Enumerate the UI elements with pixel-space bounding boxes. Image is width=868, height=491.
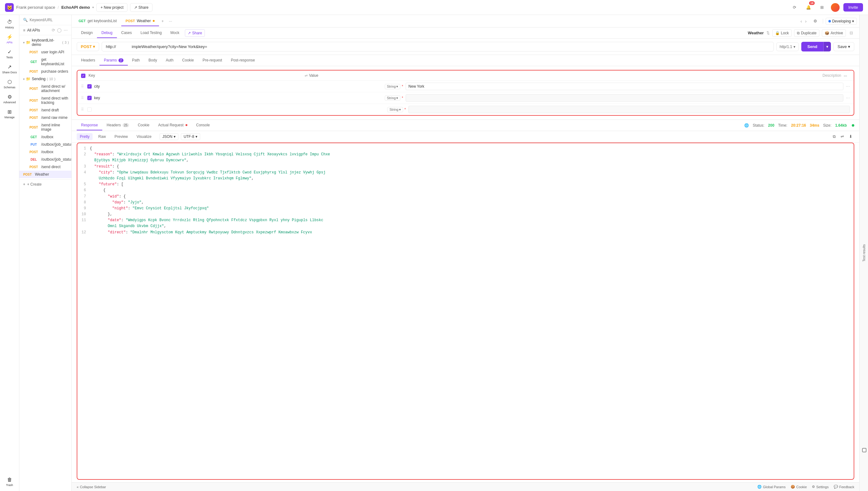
format-tab-preview[interactable]: Preview [111, 133, 131, 140]
key-checkbox[interactable]: ✓ [87, 96, 92, 100]
tab-prev-button[interactable]: ‹ [799, 18, 803, 24]
format-tab-visualize[interactable]: Visualize [133, 133, 155, 140]
param-tab-cookie[interactable]: Cookie [178, 56, 198, 65]
list-item[interactable]: POST /send direct with tracking [19, 94, 71, 106]
sub-tab-mock[interactable]: Mock [166, 28, 184, 38]
avatar[interactable] [831, 3, 840, 12]
param-tab-headers[interactable]: Headers [77, 56, 99, 65]
response-tab-cookie[interactable]: Cookie [133, 120, 154, 131]
sidebar-item-history[interactable]: ⏱ History [0, 17, 19, 31]
sub-tab-cases[interactable]: Cases [117, 28, 136, 38]
wrap-response-button[interactable]: ⇌ [839, 133, 846, 140]
api-group-header-sending[interactable]: ▾ 📁 Sending ( 10 ) [19, 75, 71, 83]
cookie-button[interactable]: 🍪 Cookie [791, 485, 807, 489]
refresh-button[interactable]: ⟳ [790, 2, 800, 12]
empty-value-input[interactable] [408, 106, 850, 113]
invite-button[interactable]: Invite [843, 3, 863, 11]
method-selector[interactable]: POST ▾ [77, 42, 99, 51]
params-row-more[interactable]: ··· [844, 73, 850, 78]
param-tab-pre-request[interactable]: Pre-request [198, 56, 227, 65]
search-input[interactable] [30, 18, 71, 22]
list-item[interactable]: POST /send direct [19, 163, 71, 171]
project-dropdown-icon[interactable]: ▾ [92, 6, 94, 9]
list-item-weather-active[interactable]: POST Weather [19, 171, 71, 178]
param-tab-body[interactable]: Body [144, 56, 161, 65]
key-value-input[interactable] [406, 94, 843, 102]
sidebar-item-schemas[interactable]: ⬡ Schemas [0, 77, 19, 91]
list-item[interactable]: GET /outbox [19, 133, 71, 141]
drag-handle-icon[interactable]: ⠿ [81, 84, 85, 89]
encoding-selector[interactable]: UTF-8 ▾ [181, 133, 200, 140]
city-value-input[interactable] [406, 83, 843, 90]
list-item[interactable]: POST purchase orders [19, 68, 71, 75]
list-item[interactable]: PUT /outbox/{job_status_id} [19, 141, 71, 148]
tab-next-button[interactable]: › [804, 18, 808, 24]
more-tabs-button[interactable]: ··· [166, 16, 175, 26]
tab-get-keyboards[interactable]: GET get keyboardsList [74, 16, 121, 26]
env-selector[interactable]: Developing ▾ [826, 18, 857, 25]
list-item[interactable]: GET get keyboardsList [19, 56, 71, 68]
settings-icon[interactable]: ⚙ [810, 16, 820, 26]
response-tab-response[interactable]: Response [77, 120, 102, 131]
sidebar-item-tests[interactable]: ✓ Tests [0, 47, 19, 61]
share-docs-button[interactable]: ↗ Share [185, 29, 205, 37]
send-button[interactable]: Send [801, 42, 824, 52]
lock-button[interactable]: 🔒 Lock [772, 29, 792, 37]
sidebar-item-manage[interactable]: ⊞ Manage [0, 106, 19, 121]
global-params-button[interactable]: 🌐 Global Params [757, 485, 786, 489]
response-tab-headers[interactable]: Headers 25 [102, 120, 133, 131]
sub-tab-design[interactable]: Design [77, 28, 97, 38]
copy-response-button[interactable]: ⧉ [831, 133, 837, 140]
send-dropdown-button[interactable]: ▾ [824, 42, 831, 52]
sub-tab-debug[interactable]: Debug [97, 28, 117, 38]
sub-tab-load-testing[interactable]: Load Testing [136, 28, 166, 38]
list-item[interactable]: POST /send direct w/ attachment [19, 83, 71, 94]
list-item[interactable]: POST /send raw mime [19, 114, 71, 121]
response-tab-console[interactable]: Console [192, 120, 214, 131]
list-item[interactable]: POST user login API [19, 48, 71, 56]
url-input[interactable] [102, 42, 774, 52]
sort-icon[interactable]: ⇅ [766, 31, 770, 35]
sidebar-item-share-docs[interactable]: ↗ Share Docs [0, 61, 19, 77]
city-checkbox[interactable]: ✓ [87, 84, 92, 89]
feedback-button[interactable]: 💬 Feedback [834, 485, 854, 489]
key-type-selector[interactable]: String ▾ [385, 95, 401, 101]
format-tab-raw[interactable]: Raw [95, 133, 109, 140]
collapse-sidebar-button[interactable]: « Collapse Sidebar [77, 485, 106, 489]
more-apis-icon[interactable]: ⋯ [64, 28, 68, 32]
sidebar-item-apis[interactable]: ⚡ APIs [0, 31, 19, 47]
empty-checkbox[interactable] [87, 107, 92, 112]
sidebar-item-trash[interactable]: 🗑 Trash [0, 474, 19, 489]
add-tab-button[interactable]: + [159, 16, 166, 26]
test-results-tab[interactable]: Test results [861, 242, 867, 264]
layout-button[interactable]: ⊞ [817, 2, 827, 12]
refresh-apis-icon[interactable]: ⟳ [52, 28, 55, 32]
list-item[interactable]: DEL /outbox/{job_status_id} [19, 156, 71, 163]
list-item[interactable]: POST /send draft [19, 106, 71, 114]
param-tab-auth[interactable]: Auth [161, 56, 178, 65]
new-project-button[interactable]: + New project [96, 3, 127, 12]
city-row-more[interactable]: ··· [846, 84, 850, 89]
key-row-more[interactable]: ··· [846, 95, 850, 101]
tab-post-weather[interactable]: POST Weather [121, 16, 159, 26]
expand-panel-button[interactable] [862, 447, 867, 454]
format-tab-pretty[interactable]: Pretty [77, 133, 93, 140]
notification-button[interactable]: 🔔 19 [803, 2, 813, 12]
param-tab-post-response[interactable]: Post-response [226, 56, 259, 65]
more-actions-button[interactable]: ⊟ [848, 29, 854, 36]
duplicate-button[interactable]: ⧉ Duplicate [794, 29, 819, 37]
checkbox-all[interactable]: ✓ [81, 73, 86, 78]
list-item[interactable]: POST /outbox [19, 148, 71, 156]
save-button[interactable]: Save ▾ [833, 42, 854, 51]
empty-type-selector[interactable]: String ▾ [387, 107, 403, 112]
api-group-header-keyboard[interactable]: ▾ 📁 keyboardList-demo ( 3 ) [19, 36, 71, 48]
format-selector[interactable]: JSON ▾ [160, 133, 178, 140]
param-tab-path[interactable]: Path [128, 56, 144, 65]
param-tab-params[interactable]: Params 2 [99, 56, 127, 65]
list-item[interactable]: POST /send inline image [19, 121, 71, 133]
sidebar-item-advanced[interactable]: ⚙ Advanced [0, 91, 19, 106]
response-tab-actual-request[interactable]: Actual Request [154, 120, 192, 131]
create-button[interactable]: + + Create [19, 179, 71, 189]
city-type-selector[interactable]: String ▾ [385, 84, 401, 89]
filter-apis-icon[interactable]: ◯ [57, 28, 62, 32]
